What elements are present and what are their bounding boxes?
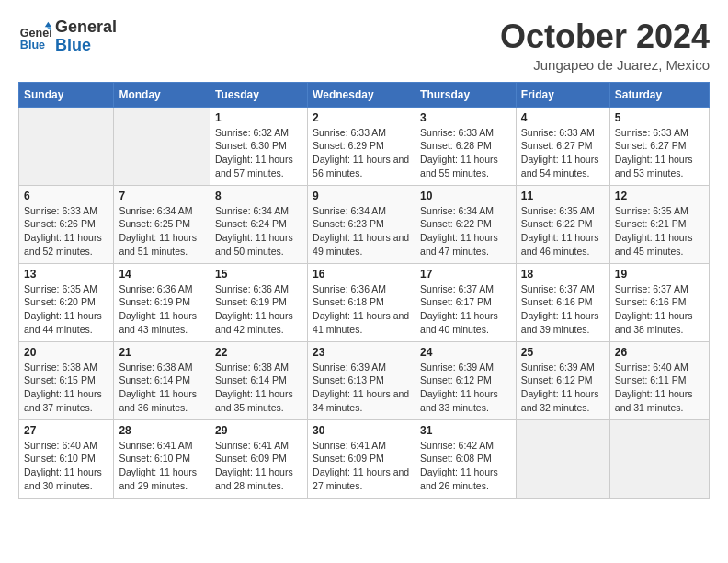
weekday-header: Thursday [415, 82, 517, 107]
day-detail: Sunrise: 6:41 AM Sunset: 6:10 PM Dayligh… [119, 439, 205, 493]
day-detail: Sunrise: 6:34 AM Sunset: 6:25 PM Dayligh… [119, 204, 205, 259]
day-detail: Sunrise: 6:34 AM Sunset: 6:23 PM Dayligh… [313, 204, 410, 259]
day-number: 12 [615, 190, 704, 202]
title-block: October 2024 Jungapeo de Juarez, Mexico [500, 18, 710, 73]
calendar-cell: 12Sunrise: 6:35 AM Sunset: 6:21 PM Dayli… [609, 185, 709, 263]
day-number: 20 [24, 346, 108, 359]
calendar-week-row: 6Sunrise: 6:33 AM Sunset: 6:26 PM Daylig… [19, 185, 710, 263]
day-number: 8 [215, 190, 302, 202]
day-detail: Sunrise: 6:40 AM Sunset: 6:10 PM Dayligh… [24, 439, 108, 493]
day-number: 19 [615, 268, 704, 281]
month-title: October 2024 [500, 18, 710, 55]
day-detail: Sunrise: 6:39 AM Sunset: 6:13 PM Dayligh… [313, 361, 410, 415]
day-detail: Sunrise: 6:33 AM Sunset: 6:26 PM Dayligh… [24, 204, 108, 259]
day-number: 13 [24, 268, 108, 281]
day-detail: Sunrise: 6:37 AM Sunset: 6:17 PM Dayligh… [420, 282, 511, 337]
day-number: 4 [521, 111, 605, 124]
day-number: 6 [24, 190, 108, 202]
calendar-cell: 20Sunrise: 6:38 AM Sunset: 6:15 PM Dayli… [19, 341, 114, 419]
calendar-week-row: 13Sunrise: 6:35 AM Sunset: 6:20 PM Dayli… [19, 263, 710, 341]
calendar-cell: 10Sunrise: 6:34 AM Sunset: 6:22 PM Dayli… [415, 185, 517, 263]
weekday-header: Friday [516, 82, 609, 107]
day-number: 16 [313, 268, 410, 281]
day-detail: Sunrise: 6:36 AM Sunset: 6:18 PM Dayligh… [313, 282, 410, 337]
calendar-cell: 15Sunrise: 6:36 AM Sunset: 6:19 PM Dayli… [210, 263, 308, 341]
calendar-cell: 25Sunrise: 6:39 AM Sunset: 6:12 PM Dayli… [516, 341, 609, 419]
calendar-cell: 11Sunrise: 6:35 AM Sunset: 6:22 PM Dayli… [516, 185, 609, 263]
day-detail: Sunrise: 6:33 AM Sunset: 6:27 PM Dayligh… [615, 126, 704, 180]
calendar-cell: 8Sunrise: 6:34 AM Sunset: 6:24 PM Daylig… [210, 185, 308, 263]
day-number: 14 [119, 268, 205, 281]
day-number: 15 [215, 268, 302, 281]
logo-blue: Blue [55, 37, 117, 55]
calendar-cell: 16Sunrise: 6:36 AM Sunset: 6:18 PM Dayli… [308, 263, 415, 341]
day-number: 2 [313, 111, 410, 124]
calendar-cell: 1Sunrise: 6:32 AM Sunset: 6:30 PM Daylig… [210, 107, 308, 185]
calendar-cell: 4Sunrise: 6:33 AM Sunset: 6:27 PM Daylig… [516, 107, 609, 185]
svg-text:Blue: Blue [20, 38, 45, 51]
weekday-header: Monday [114, 82, 210, 107]
day-number: 9 [313, 190, 410, 202]
calendar-cell [516, 419, 609, 498]
calendar-cell: 28Sunrise: 6:41 AM Sunset: 6:10 PM Dayli… [114, 419, 210, 498]
calendar-cell: 9Sunrise: 6:34 AM Sunset: 6:23 PM Daylig… [308, 185, 415, 263]
day-number: 25 [521, 346, 605, 359]
day-number: 3 [420, 111, 511, 124]
day-detail: Sunrise: 6:35 AM Sunset: 6:22 PM Dayligh… [521, 204, 605, 259]
day-detail: Sunrise: 6:41 AM Sunset: 6:09 PM Dayligh… [313, 439, 410, 493]
day-number: 27 [24, 424, 108, 437]
day-detail: Sunrise: 6:38 AM Sunset: 6:14 PM Dayligh… [215, 361, 302, 415]
calendar-table: SundayMondayTuesdayWednesdayThursdayFrid… [18, 82, 710, 499]
day-number: 31 [420, 424, 511, 437]
day-detail: Sunrise: 6:38 AM Sunset: 6:14 PM Dayligh… [119, 361, 205, 415]
calendar-header-row: SundayMondayTuesdayWednesdayThursdayFrid… [19, 82, 710, 107]
day-number: 22 [215, 346, 302, 359]
calendar-cell: 19Sunrise: 6:37 AM Sunset: 6:16 PM Dayli… [609, 263, 709, 341]
day-detail: Sunrise: 6:36 AM Sunset: 6:19 PM Dayligh… [215, 282, 302, 337]
weekday-header: Saturday [609, 82, 709, 107]
calendar-cell: 3Sunrise: 6:33 AM Sunset: 6:28 PM Daylig… [415, 107, 517, 185]
weekday-header: Tuesday [210, 82, 308, 107]
calendar-cell: 29Sunrise: 6:41 AM Sunset: 6:09 PM Dayli… [210, 419, 308, 498]
day-number: 30 [313, 424, 410, 437]
day-number: 1 [215, 111, 302, 124]
calendar-week-row: 27Sunrise: 6:40 AM Sunset: 6:10 PM Dayli… [19, 419, 710, 498]
calendar-week-row: 1Sunrise: 6:32 AM Sunset: 6:30 PM Daylig… [19, 107, 710, 185]
day-detail: Sunrise: 6:34 AM Sunset: 6:24 PM Dayligh… [215, 204, 302, 259]
calendar-cell [609, 419, 709, 498]
calendar-cell: 27Sunrise: 6:40 AM Sunset: 6:10 PM Dayli… [19, 419, 114, 498]
day-number: 10 [420, 190, 511, 202]
day-detail: Sunrise: 6:33 AM Sunset: 6:29 PM Dayligh… [313, 126, 410, 180]
day-number: 29 [215, 424, 302, 437]
calendar-cell: 31Sunrise: 6:42 AM Sunset: 6:08 PM Dayli… [415, 419, 517, 498]
day-detail: Sunrise: 6:39 AM Sunset: 6:12 PM Dayligh… [521, 361, 605, 415]
day-detail: Sunrise: 6:37 AM Sunset: 6:16 PM Dayligh… [521, 282, 605, 337]
day-detail: Sunrise: 6:42 AM Sunset: 6:08 PM Dayligh… [420, 439, 511, 493]
day-number: 7 [119, 190, 205, 202]
calendar-cell: 14Sunrise: 6:36 AM Sunset: 6:19 PM Dayli… [114, 263, 210, 341]
day-detail: Sunrise: 6:38 AM Sunset: 6:15 PM Dayligh… [24, 361, 108, 415]
day-detail: Sunrise: 6:40 AM Sunset: 6:11 PM Dayligh… [615, 361, 704, 415]
day-detail: Sunrise: 6:33 AM Sunset: 6:27 PM Dayligh… [521, 126, 605, 180]
calendar-cell: 22Sunrise: 6:38 AM Sunset: 6:14 PM Dayli… [210, 341, 308, 419]
day-number: 17 [420, 268, 511, 281]
weekday-header: Sunday [19, 82, 114, 107]
weekday-header: Wednesday [308, 82, 415, 107]
day-number: 24 [420, 346, 511, 359]
day-number: 18 [521, 268, 605, 281]
calendar-cell: 17Sunrise: 6:37 AM Sunset: 6:17 PM Dayli… [415, 263, 517, 341]
calendar-cell: 24Sunrise: 6:39 AM Sunset: 6:12 PM Dayli… [415, 341, 517, 419]
day-detail: Sunrise: 6:32 AM Sunset: 6:30 PM Dayligh… [215, 126, 302, 180]
calendar-cell: 2Sunrise: 6:33 AM Sunset: 6:29 PM Daylig… [308, 107, 415, 185]
day-detail: Sunrise: 6:36 AM Sunset: 6:19 PM Dayligh… [119, 282, 205, 337]
day-number: 11 [521, 190, 605, 202]
calendar-cell: 6Sunrise: 6:33 AM Sunset: 6:26 PM Daylig… [19, 185, 114, 263]
calendar-cell: 23Sunrise: 6:39 AM Sunset: 6:13 PM Dayli… [308, 341, 415, 419]
calendar-cell [19, 107, 114, 185]
calendar-cell [114, 107, 210, 185]
day-detail: Sunrise: 6:37 AM Sunset: 6:16 PM Dayligh… [615, 282, 704, 337]
day-number: 21 [119, 346, 205, 359]
svg-marker-2 [45, 22, 51, 27]
day-number: 5 [615, 111, 704, 124]
calendar-cell: 18Sunrise: 6:37 AM Sunset: 6:16 PM Dayli… [516, 263, 609, 341]
